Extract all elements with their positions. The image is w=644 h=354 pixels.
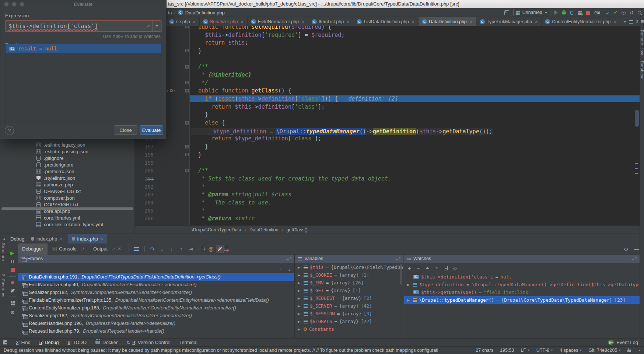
variable-row[interactable]: ▶$_SERVER = {array}[42] — [295, 302, 403, 310]
duplicate-watch-icon[interactable] — [444, 266, 448, 270]
expand-editor-icon[interactable]: ⇗ — [147, 24, 150, 28]
fold-marker-icon[interactable]: ⌄ — [185, 121, 189, 125]
watch-row[interactable]: 01$this->getDataType() = "field_item:lin… — [404, 288, 640, 296]
editor-tab[interactable]: CDataDefinition.php✕ — [419, 17, 476, 26]
line-number[interactable]: 206 — [135, 215, 167, 221]
line-number[interactable]: 202 — [135, 184, 167, 190]
close-icon[interactable]: ✕ — [100, 236, 104, 241]
stop-button[interactable] — [586, 11, 590, 15]
git-branch-widget[interactable]: Git: 74e8c205 — [588, 348, 621, 353]
close-tab-icon[interactable]: ✕ — [535, 20, 538, 24]
tree-item[interactable]: {}.prettierrc.json — [0, 168, 134, 175]
settings-button[interactable]: ⚙ — [10, 310, 15, 315]
code-editor[interactable]: 182⌄ public function setRequired($requir… — [135, 26, 640, 225]
tree-item[interactable]: core.link_relation_types.yml — [0, 221, 134, 228]
help-button[interactable]: ? — [5, 126, 14, 135]
frame-row[interactable]: FieldNormalizer.php:40,Drupal\hal\Normal… — [18, 281, 294, 288]
toolwindow-button[interactable]: 3: Find — [16, 340, 31, 345]
frame-row[interactable]: ContentEntityNormalizer.php:168,Drupal\h… — [18, 304, 294, 312]
quick-evaluate-icon[interactable]: @ — [206, 246, 216, 252]
tree-item[interactable]: {}.eslintrc.passing.json — [0, 148, 134, 155]
code-line-198[interactable]: 198⌃ } — [135, 151, 640, 159]
fold-marker-icon[interactable]: ⌃ — [185, 81, 189, 84]
close-icon[interactable]: ✕ — [59, 236, 63, 241]
memory-indicator-icon[interactable]: ◔ — [637, 348, 640, 353]
fold-marker-icon[interactable]: ⌄ — [185, 65, 189, 69]
toolwindow-button[interactable]: Docker — [95, 340, 118, 345]
toolwindow-database[interactable]: Database — [640, 61, 644, 80]
view-breakpoints-icon[interactable] — [224, 247, 228, 251]
code-line-202[interactable]: 202 * — [135, 183, 640, 191]
expand-arrow-icon[interactable]: ▶ — [407, 283, 411, 287]
toolwindow-structure[interactable]: 7: Structure — [1, 238, 6, 261]
tree-item[interactable]: .prettierignore — [0, 161, 134, 168]
line-number[interactable]: 198 — [135, 152, 167, 158]
editor-tab[interactable]: CSerializer.php✕ — [200, 17, 248, 26]
toolwindow-remote-host[interactable]: Remote Host — [640, 30, 644, 56]
stop-button[interactable] — [11, 268, 15, 272]
fold-marker-icon[interactable]: ⌄ — [185, 26, 189, 28]
expression-input[interactable]: $this->definition['class'] ⇗ — [5, 20, 161, 32]
pause-button[interactable] — [11, 260, 14, 263]
editor-scrollbar[interactable] — [635, 110, 639, 127]
code-line-186[interactable]: 186 — [135, 55, 640, 63]
readonly-lock-icon[interactable] — [627, 350, 631, 352]
editor-tab[interactable]: CFieldNormalizer.php✕ — [248, 17, 308, 26]
close-tab-icon[interactable]: ✕ — [241, 20, 244, 24]
frame-row[interactable]: DataDefinition.php:191,Drupal\Core\Field… — [18, 273, 294, 281]
gear-icon[interactable]: ⚙ — [624, 246, 628, 252]
tree-item[interactable]: {}composer.json — [0, 194, 134, 201]
debug-session-tab[interactable]: index.php✕ — [68, 234, 108, 243]
pin-panel-icon[interactable]: →* — [631, 256, 637, 261]
minimize-window-icon[interactable] — [12, 2, 17, 7]
tree-item[interactable]: CHANGELOG.txt — [0, 188, 134, 194]
layout-settings-icon[interactable] — [134, 247, 139, 251]
result-tree[interactable]: 01 result = null — [5, 44, 161, 124]
pin-panel-icon[interactable]: →* — [286, 256, 291, 261]
code-line-185[interactable]: 185⌃ } — [135, 47, 640, 55]
code-line-206[interactable]: 206 * @return static — [135, 215, 640, 223]
variable-row[interactable]: ▶$_SESSION = {array}[3] — [295, 310, 403, 318]
evaluate-button[interactable]: Evaluate — [140, 125, 163, 135]
variables-scrollbar[interactable] — [400, 264, 402, 285]
variable-row[interactable]: ▶$this = {Drupal\Core\Field\TypedData\Fi… — [295, 263, 403, 271]
zoom-window-icon[interactable] — [20, 2, 24, 7]
close-tab-icon[interactable]: ✕ — [469, 20, 473, 24]
tab-output[interactable]: Output →* ✕ — [89, 243, 126, 255]
step-into-icon[interactable]: ↓ — [157, 246, 167, 252]
tree-item[interactable]: .stylelintrc.json — [0, 175, 134, 181]
expand-arrow-icon[interactable]: ▶ — [298, 312, 301, 316]
tree-item[interactable]: authorize.php — [0, 181, 134, 188]
line-number[interactable]: 201 — [135, 176, 167, 182]
status-message[interactable]: Debug session was finished without being… — [4, 348, 438, 353]
evaluate-expression-icon[interactable] — [202, 247, 206, 251]
debug-session-tab[interactable]: index.php✕ — [27, 234, 67, 243]
hide-panel-icon[interactable]: — — [634, 246, 639, 252]
tree-item[interactable]: {}.eslintrc.legacy.json — [0, 141, 134, 148]
add-watch-icon[interactable]: + — [408, 265, 411, 271]
expand-arrow-icon[interactable]: ▶ — [298, 281, 301, 285]
frame-row[interactable]: FieldableEntityNormalizerTrait.php:135,D… — [18, 296, 294, 304]
line-number[interactable]: 200 — [135, 168, 167, 174]
fold-marker-icon[interactable]: ⌃ — [185, 49, 189, 52]
code-line-201[interactable]: 201 * Sets the class used for creating t… — [135, 175, 640, 183]
breadcrumb-file[interactable]: DataDefinition.php — [185, 10, 225, 15]
frame-row[interactable]: Serializer.php:182,Symfony\Component\Ser… — [18, 312, 294, 319]
code-line-203[interactable]: 203 * @param string|null $class — [135, 190, 640, 199]
result-row[interactable]: 01 result = null — [6, 44, 161, 53]
close-icon[interactable]: ✕ — [118, 246, 121, 251]
close-tab-icon[interactable]: ✕ — [412, 20, 415, 24]
code-line-194[interactable]: 194⌄ else { — [135, 119, 640, 127]
resume-button[interactable] — [11, 252, 14, 255]
tab-overflow[interactable]: 3 — [623, 17, 638, 26]
line-ending-widget[interactable]: LF — [521, 348, 530, 353]
remove-watch-icon[interactable]: − — [417, 265, 420, 271]
toolwindow-button[interactable]: Terminal — [179, 340, 197, 345]
code-line-204[interactable]: 204 * The class to use. — [135, 199, 640, 207]
line-number[interactable]: 205 — [135, 208, 167, 214]
tree-horizontal-scrollbar[interactable] — [1, 207, 133, 210]
toolwindow-switcher-icon[interactable] — [3, 340, 7, 344]
expand-arrow-icon[interactable]: ▶ — [298, 304, 301, 308]
watch-row[interactable]: 01$this->definition['class'] = null — [404, 273, 640, 281]
line-number[interactable]: 203 — [135, 192, 167, 197]
